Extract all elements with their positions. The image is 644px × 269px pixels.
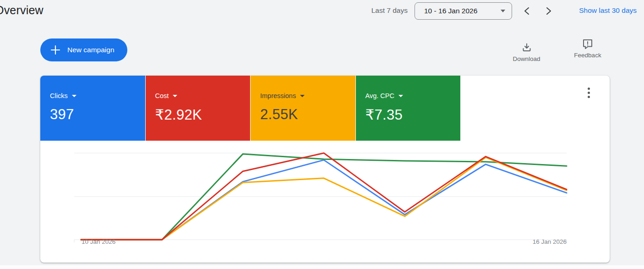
- feedback-button[interactable]: Feedback: [567, 38, 608, 59]
- page-title: Overview: [0, 4, 44, 17]
- chart-line-clicks: [81, 160, 567, 240]
- scorecard-value: 397: [50, 106, 145, 123]
- overview-card: Clicks 397 Cost ₹2.92K Impressions 2.55K: [40, 76, 610, 263]
- chart-line-impressions: [81, 157, 567, 240]
- plus-icon: [50, 45, 60, 55]
- chevron-left-icon: [524, 7, 530, 15]
- kebab-dot: [588, 88, 590, 90]
- previous-period-button[interactable]: [520, 5, 533, 17]
- date-range-selector[interactable]: 10 - 16 Jan 2026: [415, 2, 512, 20]
- metric-dropdown-icon[interactable]: [300, 95, 305, 97]
- scorecard-label: Cost: [155, 92, 169, 99]
- scorecard-value: 2.55K: [260, 106, 355, 123]
- kebab-dot: [588, 96, 590, 98]
- feedback-icon: [582, 38, 593, 49]
- scorecard-label: Clicks: [50, 92, 68, 99]
- download-icon: [521, 42, 532, 53]
- metric-dropdown-icon[interactable]: [72, 95, 76, 97]
- kebab-dot: [588, 92, 590, 94]
- scorecard-value: ₹7.35: [366, 106, 461, 123]
- feedback-label: Feedback: [574, 52, 601, 59]
- date-range-value: 10 - 16 Jan 2026: [424, 7, 477, 15]
- new-campaign-label: New campaign: [67, 46, 115, 54]
- show-last-30-days-link[interactable]: Show last 30 days: [579, 6, 637, 15]
- download-label: Download: [513, 55, 540, 62]
- bottom-strip: [0, 265, 644, 269]
- scorecard-avg-cpc[interactable]: Avg. CPC ₹7.35: [356, 76, 461, 141]
- scorecard-cost[interactable]: Cost ₹2.92K: [146, 76, 251, 141]
- scorecard-value: ₹2.92K: [155, 106, 251, 123]
- metric-dropdown-icon[interactable]: [173, 95, 177, 97]
- download-button[interactable]: Download: [509, 42, 544, 62]
- overview-page: Overview Last 7 days 10 - 16 Jan 2026 Sh…: [0, 0, 644, 269]
- chevron-right-icon: [546, 7, 552, 15]
- date-range-label: Last 7 days: [353, 6, 408, 15]
- x-axis-end-label: 16 Jan 2026: [475, 238, 567, 245]
- performance-chart: 10 Jan 2026 16 Jan 2026: [40, 141, 610, 263]
- scorecard-impressions[interactable]: Impressions 2.55K: [251, 76, 356, 141]
- chevron-down-icon: [501, 10, 505, 12]
- more-options-button[interactable]: [584, 85, 593, 100]
- metric-dropdown-icon[interactable]: [398, 95, 403, 97]
- new-campaign-button[interactable]: New campaign: [40, 38, 127, 61]
- scorecard-label: Impressions: [260, 92, 296, 99]
- scorecard-clicks[interactable]: Clicks 397: [40, 76, 146, 141]
- next-period-button[interactable]: [542, 5, 555, 17]
- scorecard-row: Clicks 397 Cost ₹2.92K Impressions 2.55K: [40, 76, 461, 141]
- scorecard-label: Avg. CPC: [366, 92, 394, 99]
- x-axis-start-label: 10 Jan 2026: [82, 238, 115, 245]
